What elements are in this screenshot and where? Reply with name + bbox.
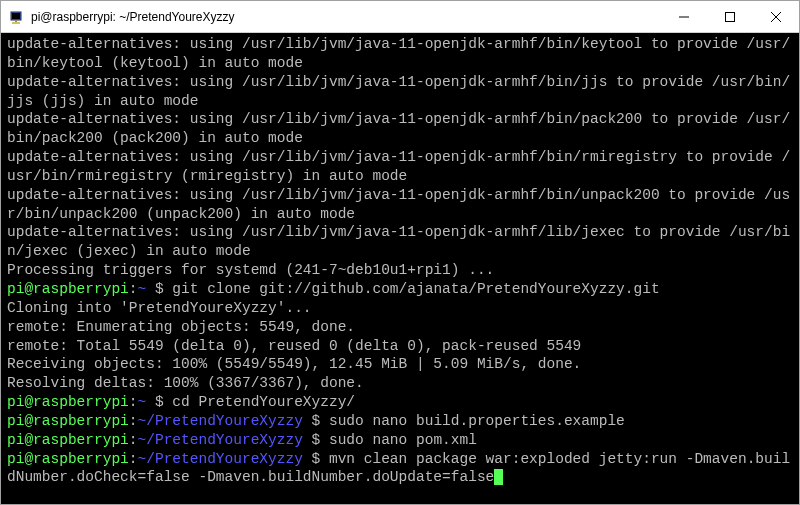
titlebar[interactable]: pi@raspberrypi: ~/PretendYoureXyzzy [1,1,799,33]
svg-rect-3 [12,22,20,24]
maximize-button[interactable] [707,1,753,32]
terminal-output[interactable]: update-alternatives: using /usr/lib/jvm/… [1,33,799,504]
svg-rect-1 [12,13,20,19]
prompt-userhost: pi@raspberrypi [7,432,129,448]
window-controls [661,1,799,32]
putty-icon [9,9,25,25]
svg-rect-5 [726,12,735,21]
window-title: pi@raspberrypi: ~/PretendYoureXyzzy [31,10,661,24]
close-button[interactable] [753,1,799,32]
cursor [494,469,503,485]
prompt-path: ~/PretendYoureXyzzy [138,451,303,467]
prompt-userhost: pi@raspberrypi [7,281,129,297]
minimize-button[interactable] [661,1,707,32]
prompt-userhost: pi@raspberrypi [7,394,129,410]
prompt-userhost: pi@raspberrypi [7,451,129,467]
prompt-path: ~/PretendYoureXyzzy [138,432,303,448]
putty-window: pi@raspberrypi: ~/PretendYoureXyzzy upda… [0,0,800,505]
prompt-path: ~/PretendYoureXyzzy [138,413,303,429]
prompt-path: ~ [138,281,147,297]
prompt-path: ~ [138,394,147,410]
prompt-userhost: pi@raspberrypi [7,413,129,429]
